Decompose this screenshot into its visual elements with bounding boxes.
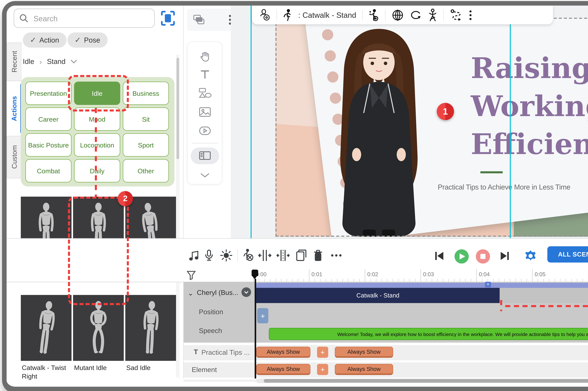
speech-text: Welcome! Today, we will explore how to b… [337, 331, 588, 337]
search-input[interactable] [32, 13, 149, 23]
divider [277, 9, 277, 20]
trash-icon[interactable] [313, 249, 323, 262]
rotate-icon[interactable] [410, 9, 422, 20]
layer-toolbar [187, 8, 237, 31]
category-button-other[interactable]: Other [123, 159, 169, 182]
all-scenes-button[interactable]: ALL SCENES [547, 246, 588, 263]
run-action-icon[interactable] [283, 9, 292, 21]
breadcrumb-idle[interactable]: Idle [23, 57, 34, 65]
ruler-label: 0:01 [311, 271, 322, 277]
add-position-button[interactable]: + [257, 308, 268, 323]
thumbnail-preview[interactable]: .st{stroke:#c4c4c4;stroke-width:6;fill:n… [73, 295, 124, 361]
character-avatar-dropdown[interactable] [241, 287, 251, 297]
duplicate-icon[interactable] [296, 249, 307, 262]
layout-tool-icon[interactable] [190, 147, 219, 164]
thumbnail-preview[interactable]: .st{stroke:#c4c4c4;stroke-width:6;fill:n… [21, 295, 71, 361]
guide-line-left [251, 5, 252, 238]
sidebar-tab-actions[interactable]: Actions [6, 84, 22, 133]
search-bar[interactable] [14, 8, 155, 28]
collapse-track-icon[interactable]: ⌄ [188, 289, 193, 297]
scene-clip[interactable]: #1 [500, 288, 588, 303]
element-track-label: Element [192, 366, 217, 374]
chevron-right-icon: › [39, 57, 42, 66]
video-tool-icon[interactable] [194, 122, 216, 139]
character-track-name[interactable]: Cheryl (Bus... [197, 289, 241, 296]
sidebar-tab-recent[interactable]: Recent [6, 43, 22, 81]
speech-track-label: Speech [199, 327, 222, 334]
play-icon[interactable] [454, 249, 469, 264]
character-action-toolbar: : Catwalk - Stand [252, 5, 553, 24]
action-thumbnail[interactable]: .st{stroke:#c4c4c4;stroke-width:6;fill:n… [21, 295, 71, 391]
always-show-chip[interactable]: Always Show [256, 347, 310, 358]
stop-icon[interactable] [476, 249, 490, 264]
add-keyframe-button[interactable]: + [485, 282, 491, 287]
motion-path-icon[interactable] [450, 9, 463, 21]
asset-panel-scrollbar[interactable] [176, 55, 180, 378]
brightness-icon[interactable] [220, 249, 232, 262]
category-button-business[interactable]: Business [123, 82, 169, 105]
filter-chip-action[interactable]: ✓ Action [23, 32, 66, 48]
search-icon [19, 14, 28, 23]
chip-label: Action [39, 36, 59, 44]
focus-selection-button[interactable] [161, 11, 175, 26]
skip-start-icon[interactable] [434, 251, 444, 261]
thumbnail-label: Sad Idle [125, 361, 176, 391]
category-button-mood[interactable]: Mood [74, 107, 120, 131]
split-icon[interactable] [277, 249, 290, 262]
character-config-icon[interactable] [259, 9, 270, 21]
mic-icon[interactable] [204, 249, 214, 262]
category-button-daily[interactable]: Daily [74, 159, 120, 182]
add-segment-button[interactable]: + [317, 347, 328, 358]
category-button-idle[interactable]: Idle [74, 82, 120, 105]
filter-icon[interactable] [187, 271, 196, 280]
add-segment-button[interactable]: + [317, 364, 328, 375]
sidebar-tab-custom[interactable]: Custom [6, 136, 22, 178]
globe-3d-icon[interactable] [392, 9, 404, 21]
hand-tool-icon[interactable] [194, 48, 216, 65]
playhead-line[interactable] [255, 279, 256, 379]
timeline-hscrollbar[interactable] [256, 379, 588, 383]
category-button-presentation[interactable]: Presentation [25, 82, 72, 105]
always-show-chip[interactable]: Always Show [256, 364, 310, 375]
slide[interactable]: Raising Working Efficiency Practical Tip… [276, 18, 588, 237]
always-show-chip[interactable]: Always Show [335, 364, 393, 375]
more-icon[interactable] [331, 254, 342, 257]
thumbnail-preview[interactable]: .st{stroke:#c4c4c4;stroke-width:6;fill:n… [125, 295, 176, 361]
slide-title[interactable]: Raising Working Efficiency [471, 49, 588, 163]
slide-subtitle[interactable]: Practical Tips to Achieve More in Less T… [438, 183, 571, 191]
kebab-menu-icon[interactable] [469, 10, 472, 20]
filter-chip-pose[interactable]: ✓ Pose [67, 32, 107, 48]
split-left-icon[interactable] [258, 249, 272, 262]
skip-end-icon[interactable] [500, 251, 510, 261]
text-tool-icon[interactable] [194, 66, 216, 83]
pose-icon[interactable] [428, 8, 438, 21]
layers-icon[interactable] [193, 15, 204, 25]
speech-clip[interactable]: Welcome! Today, we will explore how to b… [269, 328, 588, 340]
category-button-sport[interactable]: Sport [123, 133, 169, 157]
category-button-career[interactable]: Career [25, 107, 72, 131]
image-tool-icon[interactable] [194, 103, 216, 120]
action-clip[interactable]: Catwalk - Stand [256, 288, 500, 303]
category-button-combat[interactable]: Combat [25, 159, 72, 182]
action-thumbnail[interactable]: .st{stroke:#c4c4c4;stroke-width:6;fill:n… [125, 295, 176, 391]
category-button-sit[interactable]: Sit [123, 107, 169, 131]
motion-settings-icon[interactable] [369, 9, 379, 21]
avatar-character[interactable] [310, 22, 448, 237]
character-clip-strip [256, 283, 588, 288]
chevron-down-icon[interactable] [71, 59, 77, 64]
ruler-label: 0:05 [535, 271, 545, 277]
remove-action-icon[interactable] [243, 249, 255, 262]
gear-icon[interactable] [525, 250, 537, 262]
always-show-chip[interactable]: Always Show [335, 347, 393, 358]
category-button-basic-posture[interactable]: Basic Posture [25, 133, 72, 157]
category-button-locomotion[interactable]: Locomotion [74, 133, 120, 157]
shapes-tool-icon[interactable] [194, 85, 216, 101]
title-underline [480, 171, 503, 173]
music-icon[interactable] [189, 250, 200, 262]
timeline-ruler[interactable]: 0:000:010:020:030:040:050:060:070:080:09 [6, 269, 588, 282]
chevron-down-icon[interactable] [194, 167, 216, 184]
action-thumbnail[interactable]: .st{stroke:#c4c4c4;stroke-width:6;fill:n… [73, 295, 124, 391]
position-track-label: Position [199, 308, 223, 316]
current-action-label: : Catwalk - Stand [298, 11, 356, 19]
breadcrumb-stand[interactable]: Stand [47, 57, 65, 65]
